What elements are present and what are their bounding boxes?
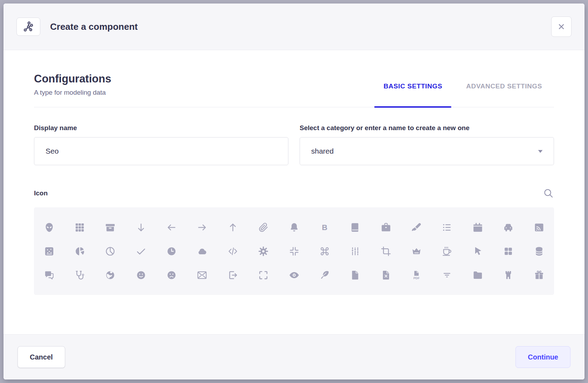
icon-option-cup[interactable] [441, 245, 453, 257]
icon-option-collapse[interactable] [288, 245, 300, 257]
arrow-down-icon [136, 222, 146, 233]
command-icon [319, 246, 330, 257]
icon-option-eye[interactable] [288, 269, 300, 281]
icon-option-emotion-happy[interactable] [135, 269, 147, 281]
discuss-icon [44, 270, 55, 281]
icon-option-chart-circle[interactable] [74, 245, 86, 257]
icon-option-cursor[interactable] [472, 245, 484, 257]
icon-option-alien[interactable] [43, 221, 55, 233]
modal-title: Create a component [50, 21, 551, 32]
bold-icon: B [319, 222, 330, 233]
section-header-row: Configurations A type for modeling data … [34, 73, 554, 107]
icon-option-car[interactable] [502, 221, 514, 233]
icon-option-file[interactable] [349, 269, 361, 281]
icon-option-calendar[interactable] [472, 221, 484, 233]
file-error-icon [381, 270, 391, 281]
check-icon [136, 246, 146, 257]
icon-option-gate[interactable] [502, 269, 514, 281]
icon-option-filter[interactable] [441, 269, 453, 281]
close-button[interactable] [551, 16, 572, 37]
icon-option-dashboard[interactable] [502, 245, 514, 257]
crown-icon [411, 246, 422, 257]
clock-icon [166, 246, 177, 257]
icon-option-cog[interactable] [258, 245, 269, 257]
icon-option-folder[interactable] [472, 269, 484, 281]
icon-option-attachment[interactable] [258, 221, 269, 233]
feather-icon [319, 270, 330, 281]
dashboard-icon [503, 246, 514, 257]
icon-option-apps[interactable] [74, 221, 86, 233]
icon-option-archive[interactable] [104, 221, 116, 233]
icon-picker-section: Icon BPDF [34, 188, 554, 295]
icon-option-bold[interactable]: B [319, 221, 330, 233]
icon-option-chart-bubble[interactable] [43, 245, 55, 257]
icon-option-file-error[interactable] [380, 269, 392, 281]
exit-icon [227, 270, 238, 281]
arrow-left-icon [166, 222, 177, 233]
icon-option-bell[interactable] [288, 221, 300, 233]
icon-option-cast[interactable] [533, 221, 545, 233]
modal-header: Create a component [4, 4, 584, 50]
tab-advanced-settings[interactable]: ADVANCED SETTINGS [454, 82, 554, 107]
icon-option-emotion-unhappy[interactable] [166, 269, 178, 281]
briefcase-icon [381, 222, 391, 233]
icon-option-crown[interactable] [411, 245, 423, 257]
search-icon-button[interactable] [543, 188, 554, 199]
code-icon [227, 246, 238, 257]
continue-button[interactable]: Continue [515, 346, 570, 368]
chart-pie-icon [105, 246, 116, 257]
arrow-right-icon [197, 222, 207, 233]
icon-option-code[interactable] [227, 245, 239, 257]
tab-basic-settings[interactable]: BASIC SETTINGS [371, 82, 454, 107]
icon-option-briefcase[interactable] [380, 221, 392, 233]
icon-picker-header: Icon [34, 188, 554, 199]
icon-option-arrow-right[interactable] [196, 221, 208, 233]
icon-option-brush[interactable] [411, 221, 423, 233]
crop-icon [381, 246, 391, 257]
icon-option-command[interactable] [319, 245, 330, 257]
emotion-happy-icon [136, 270, 146, 281]
component-icon-box [16, 18, 40, 36]
icon-option-gift[interactable] [533, 269, 545, 281]
icon-option-earth[interactable] [104, 269, 116, 281]
icon-option-arrow-up[interactable] [227, 221, 239, 233]
section-head: Configurations A type for modeling data [34, 73, 111, 107]
chevron-down-icon [535, 146, 545, 156]
display-name-group: Display name [34, 124, 288, 165]
car-icon [503, 222, 514, 233]
icon-option-book[interactable] [349, 221, 361, 233]
display-name-input[interactable] [34, 137, 288, 165]
connector-icon [350, 246, 361, 257]
icon-option-clock[interactable] [166, 245, 178, 257]
cloud-icon [197, 246, 207, 257]
collapse-icon [289, 246, 300, 257]
component-icon [22, 20, 35, 33]
icon-option-database[interactable] [533, 245, 545, 257]
close-icon [557, 22, 566, 31]
category-label: Select a category or enter a name to cre… [300, 124, 554, 132]
attachment-icon [258, 222, 269, 233]
icon-option-file-pdf[interactable]: PDF [411, 269, 423, 281]
icon-option-discuss[interactable] [43, 269, 55, 281]
cog-icon [258, 246, 269, 257]
cancel-button[interactable]: Cancel [18, 346, 65, 368]
icon-option-cloud[interactable] [196, 245, 208, 257]
book-icon [350, 222, 361, 233]
icon-option-exit[interactable] [227, 269, 239, 281]
icon-option-chart-pie[interactable] [104, 245, 116, 257]
icon-option-arrow-left[interactable] [166, 221, 178, 233]
icon-option-check[interactable] [135, 245, 147, 257]
eye-icon [289, 270, 300, 281]
icon-option-arrow-down[interactable] [135, 221, 147, 233]
icon-option-crop[interactable] [380, 245, 392, 257]
icon-option-doctor[interactable] [74, 269, 86, 281]
search-icon [543, 188, 554, 199]
icon-grid-row [43, 245, 545, 257]
icon-option-bullet-list[interactable] [441, 221, 453, 233]
icon-option-envelope[interactable] [196, 269, 208, 281]
category-select[interactable]: shared [300, 137, 554, 165]
icon-option-connector[interactable] [349, 245, 361, 257]
icon-option-feather[interactable] [319, 269, 330, 281]
icon-option-expand[interactable] [258, 269, 269, 281]
archive-icon [105, 222, 116, 233]
